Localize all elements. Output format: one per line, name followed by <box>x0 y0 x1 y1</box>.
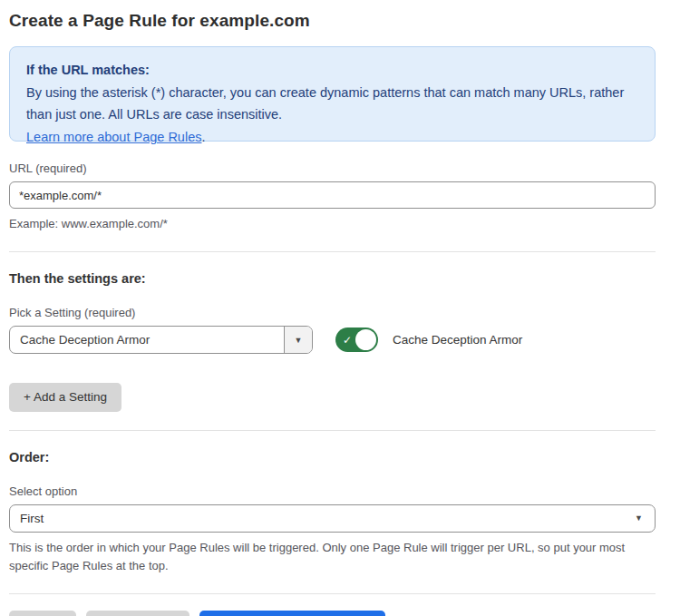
chevron-down-icon: ▼ <box>635 513 643 523</box>
url-field-label: URL (required) <box>9 161 656 175</box>
url-match-info-box: If the URL matches: By using the asteris… <box>9 46 656 142</box>
learn-more-link[interactable]: Learn more about Page Rules <box>26 130 201 144</box>
save-and-deploy-button[interactable]: Save and Deploy Page Rule <box>199 611 386 616</box>
setting-toggle-label: Cache Deception Armor <box>393 333 522 347</box>
check-icon: ✓ <box>343 334 352 347</box>
footer-buttons: Cancel Save as Draft Save and Deploy Pag… <box>9 611 656 616</box>
setting-dropdown-value: Cache Deception Armor <box>10 327 284 353</box>
divider <box>9 593 656 594</box>
setting-dropdown[interactable]: Cache Deception Armor ▼ <box>9 326 313 354</box>
link-suffix: . <box>201 130 205 144</box>
cancel-button[interactable]: Cancel <box>9 611 76 616</box>
create-page-rule-panel: Create a Page Rule for example.com If th… <box>0 0 665 616</box>
setting-row: Cache Deception Armor ▼ ✓ Cache Deceptio… <box>9 326 656 354</box>
order-select-value: First <box>20 512 44 525</box>
order-section-heading: Order: <box>9 450 656 464</box>
url-input[interactable] <box>9 181 656 209</box>
save-as-draft-button[interactable]: Save as Draft <box>86 611 189 616</box>
url-example-helper: Example: www.example.com/* <box>9 215 656 233</box>
order-helper-text: This is the order in which your Page Rul… <box>9 539 644 575</box>
divider <box>9 251 656 252</box>
info-box-link-line: Learn more about Page Rules. <box>26 126 638 149</box>
setting-dropdown-arrow-button[interactable]: ▼ <box>284 327 312 353</box>
order-select-label: Select option <box>9 484 656 498</box>
add-setting-button[interactable]: + Add a Setting <box>9 383 121 412</box>
info-box-heading: If the URL matches: <box>26 59 638 82</box>
divider <box>9 430 656 431</box>
setting-toggle[interactable]: ✓ <box>335 328 378 352</box>
order-select[interactable]: First ▼ <box>9 504 656 533</box>
toggle-knob <box>355 329 376 350</box>
settings-section-heading: Then the settings are: <box>9 271 656 286</box>
page-title: Create a Page Rule for example.com <box>9 11 656 31</box>
pick-setting-label: Pick a Setting (required) <box>9 306 656 319</box>
info-box-body: By using the asterisk (*) character, you… <box>26 82 638 126</box>
chevron-down-icon: ▼ <box>295 336 303 345</box>
